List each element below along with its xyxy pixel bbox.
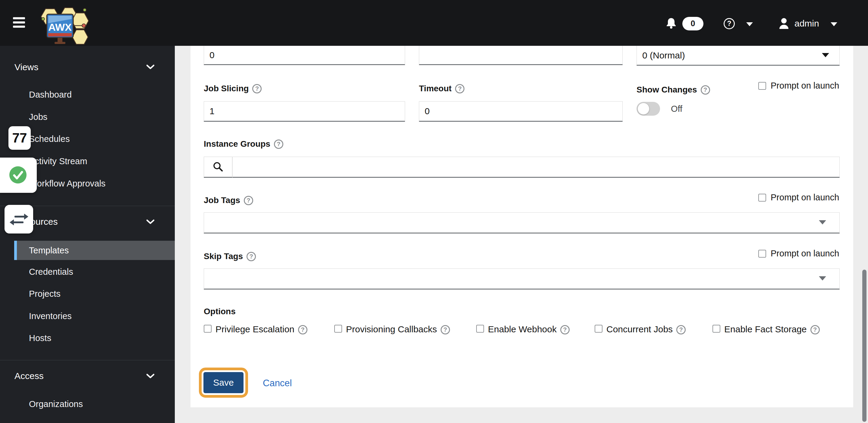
chevron-down-icon [147, 64, 154, 71]
help-circle-icon[interactable]: ? [676, 325, 686, 334]
help-circle-icon[interactable]: ? [298, 325, 307, 334]
help-icon[interactable]: ? [724, 18, 735, 29]
help-circle-icon[interactable]: ? [701, 85, 710, 95]
notification-count-badge[interactable]: 0 [682, 17, 704, 30]
awx-logo[interactable]: AWX [38, 2, 90, 46]
verbosity-prompt-on-launch: Prompt on launch [758, 81, 839, 91]
option-privilege-escalation: Privilege Escalation ? [204, 324, 307, 335]
notification-bell-icon[interactable] [666, 18, 676, 30]
sidebar-item-workflow-approvals[interactable]: Workflow Approvals [29, 178, 105, 189]
help-circle-icon[interactable]: ? [274, 139, 283, 149]
job-template-edit-form: 0 (Normal) Prompt on launch Job Slicing … [190, 46, 853, 407]
awx-logo-monitor: AWX [47, 14, 73, 44]
job-tags-label: Job Tags ? [204, 196, 253, 205]
instance-groups-input[interactable] [232, 157, 840, 178]
skip-tags-prompt-on-launch: Prompt on launch [758, 249, 839, 259]
timeout-input[interactable] [419, 101, 623, 122]
forks-input[interactable] [204, 46, 405, 65]
option-enable-webhook: Enable Webhook ? [476, 324, 569, 335]
job-slicing-input[interactable] [204, 101, 405, 122]
job-slicing-label: Job Slicing ? [204, 84, 261, 93]
sidebar-group-access[interactable]: Access [14, 371, 44, 381]
options-label: Options [204, 307, 236, 316]
limit-input[interactable] [419, 46, 623, 65]
count-badge-overlay: 77 [8, 126, 31, 150]
show-changes-state: Off [671, 104, 682, 114]
enable-fact-storage-checkbox[interactable] [712, 325, 720, 333]
sidebar-item-dashboard[interactable]: Dashboard [29, 90, 72, 100]
user-icon [778, 18, 789, 31]
help-circle-icon[interactable]: ? [441, 325, 450, 334]
swap-arrows-overlay [4, 205, 33, 233]
swap-arrows-icon [8, 213, 30, 226]
caret-down-icon [822, 53, 829, 57]
sidebar-item-templates[interactable]: Templates [14, 241, 175, 260]
sidebar-item-organizations[interactable]: Organizations [29, 399, 83, 409]
app-header: AWX 0 ? admin [0, 0, 868, 46]
sidebar-group-views[interactable]: Views [14, 62, 38, 72]
skip-tags-select[interactable] [204, 268, 840, 290]
help-circle-icon[interactable]: ? [247, 252, 256, 261]
instance-groups-label: Instance Groups ? [204, 139, 283, 149]
sidebar-item-jobs[interactable]: Jobs [29, 112, 47, 122]
chevron-down-icon [147, 373, 154, 380]
option-provisioning-callbacks: Provisioning Callbacks ? [334, 324, 450, 335]
prompt-on-launch-checkbox[interactable] [758, 194, 766, 201]
sidebar-item-hosts[interactable]: Hosts [29, 333, 51, 343]
show-changes-label: Show Changes ? [637, 85, 710, 95]
skip-tags-label: Skip Tags ? [204, 252, 256, 261]
save-button[interactable]: Save [204, 372, 244, 393]
help-circle-icon[interactable]: ? [244, 196, 253, 205]
hamburger-menu-icon[interactable] [13, 17, 25, 28]
user-caret-down-icon[interactable] [831, 22, 837, 26]
sidebar-item-inventories[interactable]: Inventories [29, 311, 72, 321]
success-check-icon [9, 166, 27, 184]
save-button-focus-ring: Save [199, 367, 248, 398]
sidebar-item-activity-stream[interactable]: Activity Stream [29, 156, 87, 166]
option-concurrent-jobs: Concurrent Jobs ? [595, 324, 686, 335]
enable-webhook-checkbox[interactable] [476, 325, 484, 333]
page-scrollbar-thumb[interactable] [862, 270, 867, 422]
sidebar-divider [0, 360, 175, 360]
search-icon [213, 161, 224, 173]
sidebar-nav: Views Dashboard Jobs Schedules Activity … [0, 46, 175, 423]
toggle-knob [638, 103, 649, 115]
concurrent-jobs-checkbox[interactable] [595, 325, 602, 333]
job-tags-select[interactable] [204, 213, 840, 233]
success-check-overlay [0, 158, 37, 193]
job-tags-prompt-on-launch: Prompt on launch [758, 193, 839, 202]
provisioning-callbacks-checkbox[interactable] [334, 325, 342, 333]
help-circle-icon[interactable]: ? [810, 325, 820, 334]
sidebar-item-projects[interactable]: Projects [29, 289, 61, 299]
sidebar-item-schedules[interactable]: Schedules [29, 134, 70, 144]
username[interactable]: admin [795, 19, 819, 29]
caret-down-icon [819, 276, 826, 281]
sidebar-item-credentials[interactable]: Credentials [29, 267, 73, 277]
cancel-link[interactable]: Cancel [263, 378, 292, 389]
svg-text:AWX: AWX [48, 22, 72, 33]
help-circle-icon[interactable]: ? [560, 325, 569, 334]
privilege-escalation-checkbox[interactable] [204, 325, 212, 333]
prompt-on-launch-checkbox[interactable] [758, 250, 766, 258]
option-enable-fact-storage: Enable Fact Storage ? [712, 324, 820, 335]
instance-groups-search-button[interactable] [204, 157, 232, 178]
help-circle-icon[interactable]: ? [455, 84, 464, 93]
prompt-on-launch-checkbox[interactable] [758, 82, 766, 90]
notification-count: 0 [690, 19, 695, 28]
show-changes-toggle[interactable] [637, 102, 660, 116]
help-circle-icon[interactable]: ? [252, 84, 261, 93]
verbosity-select[interactable]: 0 (Normal) [637, 46, 840, 66]
caret-down-icon [819, 220, 826, 224]
timeout-label: Timeout ? [419, 84, 464, 93]
help-caret-down-icon[interactable] [746, 22, 753, 26]
chevron-down-icon [147, 219, 154, 226]
